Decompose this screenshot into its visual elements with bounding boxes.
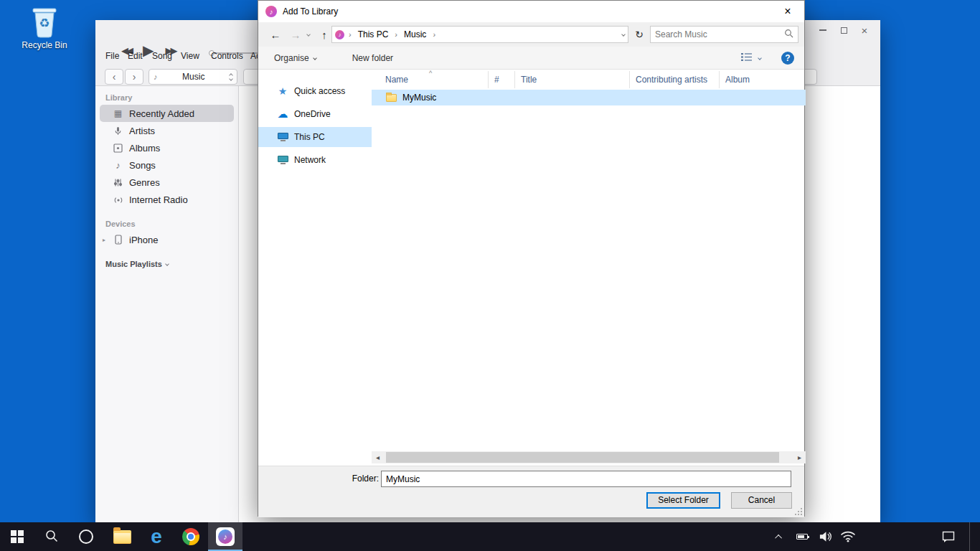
edge-button[interactable]: e [139,522,174,551]
file-explorer-icon [113,530,131,544]
start-button[interactable] [0,522,34,551]
new-folder-button[interactable]: New folder [352,53,393,63]
menu-edit[interactable]: Edit [128,51,143,61]
views-chevron-icon[interactable] [758,56,762,60]
sidebar-item-genres[interactable]: Genres [100,174,234,191]
file-name: MyMusic [402,93,436,103]
expander-icon[interactable]: ▸ [103,237,105,243]
back-button[interactable]: ← [268,29,283,41]
computer-icon [277,133,288,141]
speaker-icon[interactable] [817,522,833,551]
refresh-button[interactable]: ↻ [632,26,646,43]
horizontal-scrollbar[interactable]: ◂ ▸ [372,451,806,463]
search-box [650,26,798,43]
help-button[interactable]: ? [781,52,794,65]
column-album[interactable]: Album [720,71,806,88]
column-contributing-artists[interactable]: Contributing artists [630,71,720,88]
select-folder-button[interactable]: Select Folder [646,492,720,509]
maximize-icon[interactable] [838,24,849,36]
cortana-button[interactable] [69,522,103,551]
sidebar-item-iphone[interactable]: ▸ iPhone [100,231,234,248]
address-dropdown-chevron-icon[interactable] [621,32,626,37]
dialog-titlebar[interactable]: ♪ Add To Library × [258,1,804,22]
media-kind-selector[interactable]: ♪ Music [149,69,237,85]
sidebar-item-albums[interactable]: Albums [100,139,234,156]
scrollbar-thumb[interactable] [386,452,779,463]
folder-icon [386,94,397,102]
dialog-command-bar: Organise New folder ? [258,47,804,70]
sidebar-item-recently-added[interactable]: ▦ Recently Added [100,105,234,122]
taskbar-search-button[interactable] [34,522,69,551]
sidebar-item-label: Genres [129,177,160,188]
folder-name-input[interactable] [381,471,791,487]
chrome-button[interactable] [174,522,208,551]
file-list: ^ Name # Title Contributing artists Albu… [372,70,806,466]
itunes-taskbar-button[interactable]: ♪ [208,522,242,551]
place-this-pc[interactable]: This PC [258,127,372,147]
action-center-icon[interactable] [941,522,956,551]
menu-file[interactable]: File [105,51,119,61]
scroll-left-button[interactable]: ◂ [372,451,384,463]
forward-button[interactable]: → [288,29,303,41]
recent-locations-chevron-icon[interactable] [306,32,311,37]
column-name[interactable]: ^ Name [372,71,489,88]
column-number[interactable]: # [489,71,515,88]
album-icon [113,143,123,153]
organise-label: Organise [274,53,309,63]
itunes-back-button[interactable]: ‹ [105,69,123,85]
menu-controls[interactable]: Controls [211,51,243,61]
playlists-label: Music Playlists [105,260,162,268]
address-bar[interactable]: ♪ › This PC › Music › [331,26,628,43]
scroll-right-button[interactable]: ▸ [793,451,806,463]
breadcrumb-separator: › [393,30,399,39]
dialog-footer: Folder: Select Folder Cancel [258,466,804,517]
resize-grip[interactable] [794,507,803,516]
menu-song[interactable]: Song [152,51,172,61]
place-label: OneDrive [294,109,331,119]
minimize-icon[interactable] [817,24,829,36]
place-label: Network [294,155,326,165]
search-input[interactable] [651,29,784,39]
sidebar-item-internet-radio[interactable]: Internet Radio [100,191,234,208]
sort-ascending-icon: ^ [429,70,432,77]
sidebar-item-songs[interactable]: ♪ Songs [100,156,234,174]
column-label: Album [725,75,750,85]
windows-logo-icon [11,530,24,543]
place-network[interactable]: Network [258,150,372,170]
organise-button[interactable]: Organise [274,53,316,63]
recycle-bin[interactable]: ♻ Recycle Bin [16,4,73,50]
column-title[interactable]: Title [515,71,630,88]
wifi-icon[interactable] [840,522,856,551]
breadcrumb-separator: › [431,30,437,39]
music-playlists-heading[interactable]: Music Playlists [105,260,238,268]
scrollbar-track[interactable] [384,451,793,463]
up-button[interactable]: ↑ [317,29,331,41]
breadcrumb-this-pc[interactable]: This PC [356,29,391,39]
new-folder-label: New folder [352,53,393,63]
dialog-close-icon[interactable]: × [771,1,804,22]
cancel-button[interactable]: Cancel [731,492,792,509]
place-quick-access[interactable]: ★ Quick access [258,81,372,101]
network-icon [277,156,288,164]
change-view-button-icon[interactable] [740,52,753,64]
desktop: ♻ Recycle Bin ◀◀ ▶ ▶▶ File Edit Song Vie… [0,0,980,551]
itunes-forward-button[interactable]: › [125,69,143,85]
selector-spinner-icon[interactable] [230,74,232,80]
column-label: Title [521,75,537,85]
search-icon [44,529,59,545]
tray-overflow-chevron-icon[interactable] [771,522,787,551]
place-onedrive[interactable]: ☁ OneDrive [258,104,372,124]
close-icon[interactable]: × [859,24,870,36]
sidebar-item-label: Internet Radio [129,194,188,205]
search-icon [784,29,798,40]
menu-view[interactable]: View [181,51,199,61]
file-row-mymusic[interactable]: MyMusic [372,90,806,105]
show-desktop-button[interactable] [969,522,973,551]
sidebar-item-artists[interactable]: Artists [100,122,234,139]
battery-icon[interactable] [794,522,810,551]
sidebar-item-label: Songs [129,160,156,171]
star-icon: ★ [277,85,288,97]
dialog-nav-bar: ← → ↑ ♪ › This PC › Music › ↻ [258,22,804,47]
breadcrumb-music[interactable]: Music [402,29,428,39]
file-explorer-button[interactable] [105,522,139,551]
